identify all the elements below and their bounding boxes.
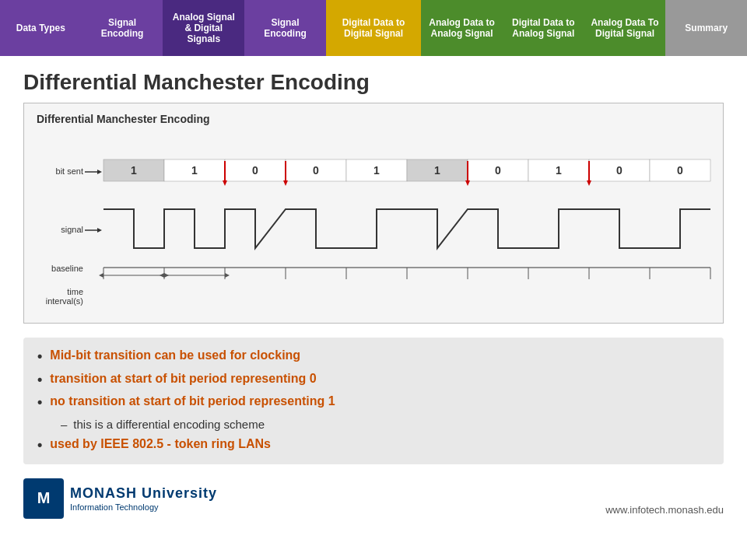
bullet-dot-3: • bbox=[37, 394, 42, 411]
svg-text:1: 1 bbox=[191, 164, 198, 177]
svg-text:bit sent: bit sent bbox=[56, 166, 83, 176]
svg-marker-54 bbox=[225, 273, 230, 278]
tab-analog-digital[interactable]: Analog Signal & Digital Signals bbox=[163, 0, 244, 56]
svg-text:0: 0 bbox=[677, 164, 683, 177]
svg-text:1: 1 bbox=[131, 164, 137, 177]
svg-marker-16 bbox=[223, 180, 227, 186]
svg-marker-28 bbox=[465, 180, 470, 186]
svg-marker-8 bbox=[97, 228, 102, 233]
svg-marker-34 bbox=[587, 180, 591, 186]
svg-text:0: 0 bbox=[616, 164, 622, 177]
university-sub: Information Technology bbox=[70, 502, 217, 513]
bullet-dot-4: • bbox=[37, 437, 42, 454]
bullet-dot-2: • bbox=[37, 372, 42, 389]
svg-text:signal: signal bbox=[61, 225, 83, 234]
tab-digital-data-digital-signal[interactable]: Digital Data to Digital Signal bbox=[326, 0, 421, 56]
bullet-text-3: no transition at start of bit period rep… bbox=[50, 394, 335, 408]
footer-url: www.infotech.monash.edu bbox=[605, 504, 724, 516]
tab-summary[interactable]: Summary bbox=[665, 0, 747, 56]
bullet-1: • Mid-bit transition can be used for clo… bbox=[37, 348, 710, 366]
svg-text:1: 1 bbox=[434, 164, 440, 177]
monash-crest-icon: M bbox=[23, 478, 64, 519]
bullets-section: • Mid-bit transition can be used for clo… bbox=[23, 338, 724, 464]
tab-digital-data-analog-signal[interactable]: Digital Data to Analog Signal bbox=[503, 0, 584, 56]
bullet-text-1: Mid-bit transition can be used for clock… bbox=[50, 348, 300, 362]
svg-marker-6 bbox=[97, 170, 102, 174]
diagram-title: Differential Manchester Encoding bbox=[37, 113, 710, 125]
page-title: Differential Manchester Encoding bbox=[0, 56, 747, 103]
svg-text:interval(s): interval(s) bbox=[46, 296, 83, 306]
svg-marker-53 bbox=[160, 273, 164, 278]
svg-text:M: M bbox=[37, 489, 51, 506]
tab-analog-data-analog-signal[interactable]: Analog Data to Analog Signal bbox=[421, 0, 503, 56]
bullet-4: • used by IEEE 802.5 - token ring LANs bbox=[37, 437, 710, 454]
monash-logo-area: M MONASH University Information Technolo… bbox=[23, 478, 217, 519]
sub-bullet-text: this is a differential encoding scheme bbox=[73, 418, 265, 431]
tab-signal-encoding-2[interactable]: Signal Encoding bbox=[244, 0, 326, 56]
bullet-dot-1: • bbox=[37, 348, 42, 366]
monash-text: MONASH University Information Technology bbox=[70, 485, 217, 513]
svg-text:time: time bbox=[67, 287, 83, 296]
tab-analog-data-digital-signal[interactable]: Analog Data To Digital Signal bbox=[584, 0, 666, 56]
svg-marker-20 bbox=[283, 180, 288, 186]
sub-bullet-1: – this is a differential encoding scheme bbox=[61, 418, 710, 431]
diagram-svg: bit sent signal baseline time interval(s… bbox=[37, 131, 710, 313]
bullet-2: • transition at start of bit period repr… bbox=[37, 372, 710, 389]
bullet-text-2: transition at start of bit period repres… bbox=[50, 372, 316, 386]
bullet-3: • no transition at start of bit period r… bbox=[37, 394, 710, 411]
tab-data-types[interactable]: Data Types bbox=[0, 0, 82, 56]
svg-text:0: 0 bbox=[495, 164, 501, 177]
bullet-text-4: used by IEEE 802.5 - token ring LANs bbox=[50, 437, 271, 451]
nav-bar: Data Types Signal Encoding Analog Signal… bbox=[0, 0, 747, 56]
university-name: MONASH University bbox=[70, 485, 217, 502]
sub-bullet-dash: – bbox=[61, 418, 67, 431]
svg-text:1: 1 bbox=[556, 164, 562, 177]
tab-signal-encoding-1[interactable]: Signal Encoding bbox=[82, 0, 163, 56]
svg-text:1: 1 bbox=[374, 164, 380, 177]
diagram-container: Differential Manchester Encoding bit sen… bbox=[23, 103, 724, 324]
svg-text:0: 0 bbox=[313, 164, 319, 177]
svg-text:baseline: baseline bbox=[51, 264, 83, 273]
svg-text:0: 0 bbox=[252, 164, 258, 177]
svg-marker-50 bbox=[99, 273, 103, 278]
